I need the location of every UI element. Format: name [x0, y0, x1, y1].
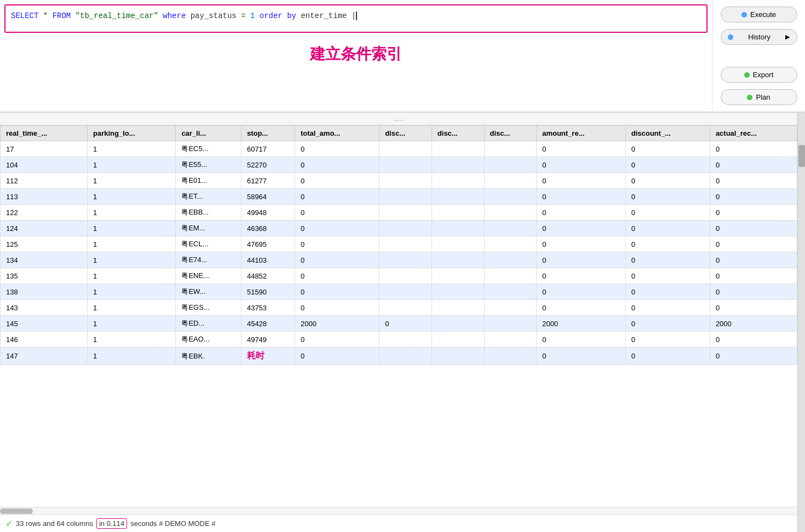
table-cell: 粤EAO...	[176, 332, 242, 348]
table-cell: 0	[295, 284, 379, 300]
status-time-value: in 0.114	[99, 519, 124, 528]
table-cell: 0	[537, 173, 626, 189]
table-cell: 143	[1, 300, 88, 316]
sql-cursor: |	[352, 11, 357, 20]
separator: .....	[0, 112, 797, 125]
table-row[interactable]: 1461粤EAO...497490000	[1, 332, 797, 348]
vertical-scrollbar[interactable]	[797, 112, 805, 532]
table-cell: 45428	[241, 316, 295, 332]
history-label: History	[748, 33, 770, 41]
table-cell: 1	[88, 300, 176, 316]
table-cell	[380, 173, 432, 189]
table-cell: 0	[625, 316, 710, 332]
table-cell: 2000	[710, 316, 797, 332]
table-cell	[432, 221, 484, 236]
table-cell: 0	[295, 332, 379, 348]
table-cell	[432, 316, 484, 332]
table-cell	[484, 252, 537, 268]
sql-editor[interactable]: SELECT * FROM "tb_real_time_car" where p…	[4, 4, 708, 33]
table-cell: 0	[625, 205, 710, 221]
table-cell: 1	[88, 268, 176, 284]
table-column-header: real_time_...	[1, 126, 88, 141]
table-cell: 0	[625, 236, 710, 252]
table-row[interactable]: 1241粤EM...463680000	[1, 221, 797, 236]
table-cell	[380, 268, 432, 284]
table-cell: 0	[537, 252, 626, 268]
table-row[interactable]: 1431粤EGS...437530000	[1, 300, 797, 316]
table-cell	[432, 284, 484, 300]
table-cell: 134	[1, 252, 88, 268]
table-row[interactable]: 1351粤ENE...448520000	[1, 268, 797, 284]
table-cell: 52270	[241, 157, 295, 173]
table-cell: 43753	[241, 300, 295, 316]
table-cell: 51590	[241, 284, 295, 300]
table-cell	[380, 348, 432, 365]
table-column-header: stop...	[241, 126, 295, 141]
table-cell: 1	[88, 221, 176, 236]
sql-number: 1	[250, 11, 255, 20]
table-cell: 粤ENE...	[176, 268, 242, 284]
table-cell	[484, 236, 537, 252]
table-cell: 146	[1, 332, 88, 348]
table-cell: 147	[1, 348, 88, 365]
table-cell	[380, 205, 432, 221]
table-cell	[432, 252, 484, 268]
table-row[interactable]: 1451粤ED...4542820000200002000	[1, 316, 797, 332]
table-cell	[380, 221, 432, 236]
table-cell: 0	[625, 332, 710, 348]
sidebar: Execute History ▶ Export Plan	[712, 0, 805, 112]
table-cell: 0	[295, 141, 379, 157]
table-row[interactable]: 1121粤E01...612770000	[1, 173, 797, 189]
scrollbar-thumb-vertical[interactable]	[798, 145, 805, 167]
table-cell: 0	[710, 205, 797, 221]
table-header-row: real_time_...parking_lo...car_li...stop.…	[1, 126, 797, 141]
table-cell: 粤EBB...	[176, 205, 242, 221]
table-row[interactable]: 171粤EC5...607170000	[1, 141, 797, 157]
table-cell	[432, 268, 484, 284]
table-cell	[484, 205, 537, 221]
table-cell: 0	[537, 157, 626, 173]
table-row[interactable]: 1221粤EBB...499480000	[1, 205, 797, 221]
table-cell: 17	[1, 141, 88, 157]
table-column-header: disc...	[484, 126, 537, 141]
table-cell	[484, 268, 537, 284]
page-title: 建立条件索引	[310, 45, 402, 62]
table-cell: 粤ET...	[176, 189, 242, 205]
table-row[interactable]: 1341粤E74...441030000	[1, 252, 797, 268]
results-table-container[interactable]: real_time_...parking_lo...car_li...stop.…	[0, 125, 797, 507]
table-cell	[432, 300, 484, 316]
history-button[interactable]: History ▶	[721, 29, 797, 45]
scrollbar-thumb[interactable]	[0, 508, 33, 514]
status-message-suffix: seconds # DEMO MODE #	[130, 519, 215, 528]
table-column-header: total_amo...	[295, 126, 379, 141]
horizontal-scrollbar[interactable]	[0, 507, 797, 514]
table-cell	[484, 221, 537, 236]
table-cell	[484, 141, 537, 157]
table-cell: 1	[88, 252, 176, 268]
table-cell: 1	[88, 189, 176, 205]
table-cell: 0	[295, 173, 379, 189]
table-row[interactable]: 1381粤EW...515900000	[1, 284, 797, 300]
table-cell	[432, 189, 484, 205]
table-cell: 0	[710, 300, 797, 316]
table-cell: 0	[537, 221, 626, 236]
table-cell: 1	[88, 332, 176, 348]
export-button[interactable]: Export	[721, 67, 797, 83]
table-row[interactable]: 1251粤ECL...476950000	[1, 236, 797, 252]
plan-button[interactable]: Plan	[721, 89, 797, 105]
table-cell: 粤EC5...	[176, 141, 242, 157]
table-cell: 0	[710, 173, 797, 189]
title-area: 建立条件索引	[0, 35, 712, 69]
table-row[interactable]: 1471粤EBK.耗时0000	[1, 348, 797, 365]
status-time-highlight: in 0.114	[96, 518, 127, 529]
table-row[interactable]: 1131粤ET...589640000	[1, 189, 797, 205]
table-cell: 0	[537, 300, 626, 316]
table-cell: 0	[295, 205, 379, 221]
table-cell: 44103	[241, 252, 295, 268]
table-cell: 113	[1, 189, 88, 205]
table-cell: 60717	[241, 141, 295, 157]
status-message-prefix: 33 rows and 64 columns	[16, 519, 93, 528]
execute-button[interactable]: Execute	[721, 7, 797, 22]
table-row[interactable]: 1041粤E55...522700000	[1, 157, 797, 173]
table-cell: 耗时	[241, 348, 295, 365]
